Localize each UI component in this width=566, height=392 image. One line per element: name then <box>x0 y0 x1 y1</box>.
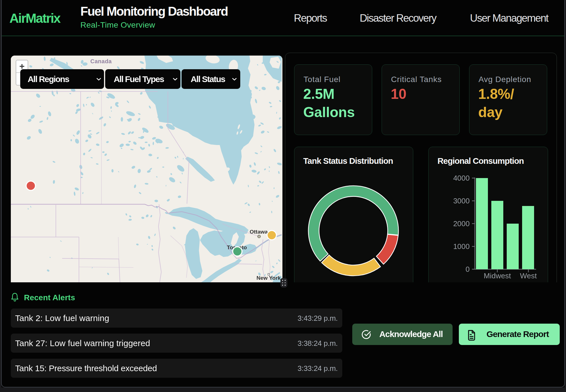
svg-text:West: West <box>520 271 537 280</box>
svg-text:Midwest: Midwest <box>484 271 511 280</box>
svg-text:4000: 4000 <box>453 174 470 182</box>
svg-text:0: 0 <box>466 265 470 273</box>
svg-text:2000: 2000 <box>453 219 470 228</box>
svg-text:1000: 1000 <box>453 242 470 251</box>
svg-text:3000: 3000 <box>453 197 470 205</box>
